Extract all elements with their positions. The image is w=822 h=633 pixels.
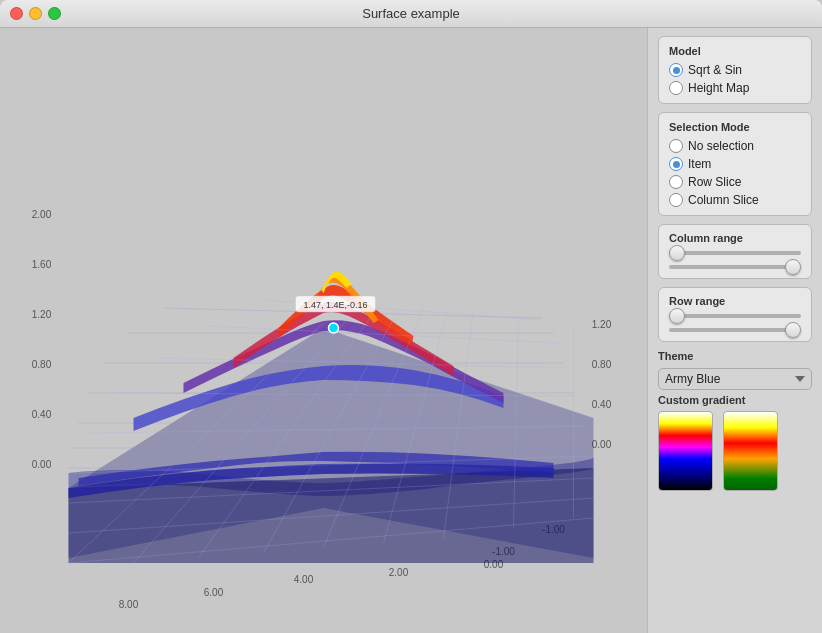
- radio-height-map[interactable]: [669, 81, 683, 95]
- column-range-min-slider[interactable]: [669, 251, 801, 255]
- window-title: Surface example: [362, 6, 460, 21]
- column-range-section: Column range: [658, 224, 812, 279]
- theme-label: Theme: [658, 350, 812, 362]
- svg-text:0.00: 0.00: [592, 439, 612, 450]
- close-button[interactable]: [10, 7, 23, 20]
- svg-text:0.40: 0.40: [32, 409, 52, 420]
- right-panel: Model Sqrt & Sin Height Map Selection Mo…: [647, 28, 822, 633]
- svg-text:1.60: 1.60: [32, 259, 52, 270]
- model-label: Model: [669, 45, 801, 57]
- titlebar: Surface example: [0, 0, 822, 28]
- surface-canvas[interactable]: 2.00 1.60 1.20 0.80 0.40 0.00 1.20 0.80 …: [0, 28, 647, 633]
- gradient-swatch-1[interactable]: [658, 411, 713, 491]
- row-range-min-slider[interactable]: [669, 314, 801, 318]
- selection-mode-radio-group: No selection Item Row Slice Column Slice: [669, 139, 801, 207]
- svg-text:2.00: 2.00: [389, 567, 409, 578]
- custom-gradient-label: Custom gradient: [658, 394, 812, 406]
- row-slice-label: Row Slice: [688, 175, 741, 189]
- svg-text:8.00: 8.00: [119, 599, 139, 610]
- row-range-max-slider[interactable]: [669, 328, 801, 332]
- item-label: Item: [688, 157, 711, 171]
- selection-mode-label: Selection Mode: [669, 121, 801, 133]
- surface-svg: 2.00 1.60 1.20 0.80 0.40 0.00 1.20 0.80 …: [0, 28, 647, 633]
- theme-section: Theme Army Blue Qt Primary Colors Digia …: [658, 350, 812, 491]
- selection-mode-section: Selection Mode No selection Item Row Sli…: [658, 112, 812, 216]
- radio-no-selection[interactable]: [669, 139, 683, 153]
- model-radio-group: Sqrt & Sin Height Map: [669, 63, 801, 95]
- svg-text:2.00: 2.00: [32, 209, 52, 220]
- maximize-button[interactable]: [48, 7, 61, 20]
- gradient-swatch-2[interactable]: [723, 411, 778, 491]
- model-height-map-label: Height Map: [688, 81, 749, 95]
- svg-text:1.47, 1.4E,-0.16: 1.47, 1.4E,-0.16: [303, 300, 367, 310]
- gradient-swatches: [658, 411, 812, 491]
- no-selection-label: No selection: [688, 139, 754, 153]
- model-sqrt-sin-label: Sqrt & Sin: [688, 63, 742, 77]
- radio-column-slice[interactable]: [669, 193, 683, 207]
- column-range-max-slider[interactable]: [669, 265, 801, 269]
- svg-text:1.20: 1.20: [32, 309, 52, 320]
- svg-text:4.00: 4.00: [294, 574, 314, 585]
- svg-text:6.00: 6.00: [204, 587, 224, 598]
- model-option-height-map[interactable]: Height Map: [669, 81, 801, 95]
- selection-item[interactable]: Item: [669, 157, 801, 171]
- selection-row-slice[interactable]: Row Slice: [669, 175, 801, 189]
- row-range-sliders: [669, 311, 801, 335]
- selection-no-selection[interactable]: No selection: [669, 139, 801, 153]
- theme-dropdown[interactable]: Army Blue Qt Primary Colors Digia Stone …: [658, 368, 812, 390]
- column-range-label: Column range: [669, 225, 801, 244]
- svg-text:0.00: 0.00: [32, 459, 52, 470]
- main-window: Surface example 2.00 1.60 1.20 0.80 0.40…: [0, 0, 822, 633]
- radio-item[interactable]: [669, 157, 683, 171]
- row-range-label: Row range: [669, 288, 801, 307]
- content-area: 2.00 1.60 1.20 0.80 0.40 0.00 1.20 0.80 …: [0, 28, 822, 633]
- svg-point-47: [329, 323, 339, 333]
- radio-sqrt-sin[interactable]: [669, 63, 683, 77]
- model-section: Model Sqrt & Sin Height Map: [658, 36, 812, 104]
- column-slice-label: Column Slice: [688, 193, 759, 207]
- selection-column-slice[interactable]: Column Slice: [669, 193, 801, 207]
- svg-text:0.40: 0.40: [592, 399, 612, 410]
- minimize-button[interactable]: [29, 7, 42, 20]
- column-range-sliders: [669, 248, 801, 272]
- svg-text:0.80: 0.80: [32, 359, 52, 370]
- svg-text:1.20: 1.20: [592, 319, 612, 330]
- row-range-section: Row range: [658, 287, 812, 342]
- model-option-sqrt-sin[interactable]: Sqrt & Sin: [669, 63, 801, 77]
- radio-row-slice[interactable]: [669, 175, 683, 189]
- svg-text:0.80: 0.80: [592, 359, 612, 370]
- traffic-lights: [10, 7, 61, 20]
